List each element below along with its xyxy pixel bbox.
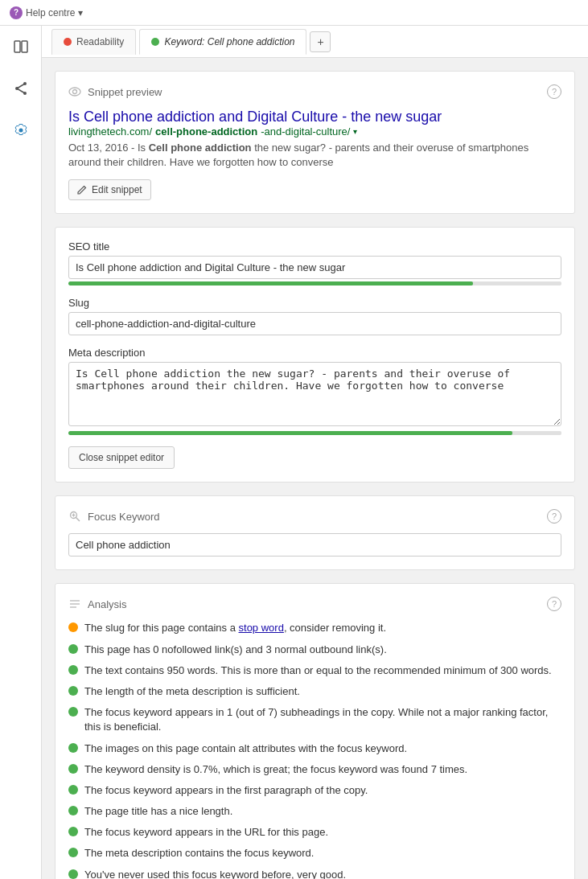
help-centre[interactable]: ? Help centre ▾ bbox=[10, 6, 83, 19]
snippet-preview-card: Snippet preview ? Is Cell phone addictio… bbox=[55, 71, 575, 214]
keyword-icon bbox=[68, 510, 81, 523]
meta-desc-group: Meta description Is Cell phone addiction… bbox=[68, 347, 561, 435]
slug-label: Slug bbox=[68, 297, 561, 309]
analysis-title: Analysis bbox=[68, 598, 126, 610]
indicator-dot-green bbox=[68, 665, 78, 675]
indicator-dot-green bbox=[68, 827, 78, 836]
settings-icon[interactable] bbox=[6, 116, 35, 145]
desc-prefix: Oct 13, 2016 - Is bbox=[68, 142, 149, 154]
list-item: The slug for this page contains a stop w… bbox=[68, 621, 561, 635]
readability-tab-label: Readability bbox=[76, 36, 124, 47]
tab-keyword[interactable]: Keyword: Cell phone addiction bbox=[139, 29, 306, 55]
svg-line-10 bbox=[76, 518, 80, 522]
indicator-dot-orange bbox=[68, 622, 78, 632]
analysis-header: Analysis ? bbox=[68, 597, 561, 611]
list-item: The length of the meta description is su… bbox=[68, 684, 561, 699]
svg-point-7 bbox=[69, 88, 80, 96]
close-snippet-button[interactable]: Close snippet editor bbox=[68, 446, 175, 469]
tabs-bar: Readability Keyword: Cell phone addictio… bbox=[42, 26, 588, 58]
analysis-card: Analysis ? The slug for this page contai… bbox=[55, 583, 575, 879]
analysis-help-icon[interactable]: ? bbox=[547, 597, 561, 611]
seo-title-label: SEO title bbox=[68, 240, 561, 253]
snippet-url: livingthetech.com/cell-phone-addiction-a… bbox=[68, 125, 561, 138]
sidebar-panel-icon[interactable] bbox=[6, 32, 35, 61]
svg-line-5 bbox=[17, 84, 25, 88]
list-item: The focus keyword appears in 1 (out of 7… bbox=[68, 705, 561, 734]
focus-keyword-title: Focus Keyword bbox=[68, 510, 160, 523]
meta-desc-input[interactable]: Is Cell phone addiction the new sugar? -… bbox=[68, 362, 561, 426]
indicator-dot-green bbox=[68, 785, 78, 795]
readability-dot bbox=[64, 38, 72, 46]
indicator-dot-green bbox=[68, 686, 78, 696]
pencil-icon bbox=[77, 185, 87, 195]
analysis-label: Analysis bbox=[88, 598, 126, 610]
help-icon: ? bbox=[10, 6, 23, 19]
meta-desc-label: Meta description bbox=[68, 347, 561, 359]
svg-rect-1 bbox=[22, 41, 27, 52]
meta-desc-progress-bar bbox=[68, 431, 561, 435]
list-item: The images on this page contain alt attr… bbox=[68, 741, 561, 756]
list-item: This page has 0 nofollowed link(s) and 3… bbox=[68, 643, 561, 657]
help-label: Help centre bbox=[26, 7, 75, 18]
snippet-preview-content: Is Cell phone addiction and Digital Cult… bbox=[68, 109, 561, 170]
svg-rect-0 bbox=[14, 41, 20, 52]
svg-point-8 bbox=[73, 90, 77, 94]
content-area: Snippet preview ? Is Cell phone addictio… bbox=[42, 58, 588, 879]
seo-title-input[interactable] bbox=[68, 256, 561, 279]
indicator-dot-green bbox=[68, 869, 78, 879]
indicator-dot-green bbox=[68, 848, 78, 857]
analysis-list: The slug for this page contains a stop w… bbox=[68, 621, 561, 879]
snippet-preview-title: Snippet preview bbox=[68, 85, 162, 98]
indicator-dot-green bbox=[68, 764, 78, 774]
snippet-preview-header: Snippet preview ? bbox=[68, 84, 561, 99]
url-suffix: -and-digital-culture/ bbox=[261, 125, 350, 138]
top-bar: ? Help centre ▾ bbox=[0, 0, 588, 26]
sidebar bbox=[0, 26, 42, 879]
seo-editor-card: SEO title Slug Meta description Is Cell … bbox=[55, 227, 575, 483]
focus-keyword-input[interactable] bbox=[68, 533, 561, 557]
list-item: The focus keyword appears in the URL for… bbox=[68, 825, 561, 840]
slug-group: Slug bbox=[68, 297, 561, 335]
seo-title-progress-fill bbox=[68, 281, 473, 285]
help-dropdown-icon: ▾ bbox=[78, 7, 83, 18]
list-item: The meta description contains the focus … bbox=[68, 846, 561, 861]
url-bold: cell-phone-addiction bbox=[155, 125, 257, 138]
main-content: Readability Keyword: Cell phone addictio… bbox=[42, 26, 588, 879]
seo-title-progress-bar bbox=[68, 281, 561, 285]
analysis-icon bbox=[68, 598, 81, 610]
share-icon[interactable] bbox=[6, 74, 35, 103]
add-tab-button[interactable]: + bbox=[310, 31, 331, 52]
focus-keyword-card: Focus Keyword ? bbox=[55, 495, 575, 570]
snippet-title[interactable]: Is Cell phone addiction and Digital Cult… bbox=[68, 109, 442, 125]
keyword-dot bbox=[151, 38, 159, 46]
keyword-tab-label: Keyword: Cell phone addiction bbox=[164, 36, 294, 47]
stop-word-link[interactable]: stop word bbox=[239, 622, 284, 634]
indicator-dot-green bbox=[68, 707, 78, 717]
url-dropdown-icon[interactable]: ▾ bbox=[353, 127, 357, 136]
list-item: You've never used this focus keyword bef… bbox=[68, 868, 561, 879]
list-item: The focus keyword appears in the first p… bbox=[68, 783, 561, 798]
edit-snippet-button[interactable]: Edit snippet bbox=[68, 179, 151, 200]
focus-keyword-header: Focus Keyword ? bbox=[68, 509, 561, 524]
indicator-dot-green bbox=[68, 743, 78, 753]
indicator-dot-green bbox=[68, 644, 78, 654]
seo-title-group: SEO title bbox=[68, 240, 561, 285]
desc-bold: Cell phone addiction bbox=[149, 142, 252, 154]
snippet-section-label: Snippet preview bbox=[88, 86, 162, 98]
indicator-dot-green bbox=[68, 806, 78, 815]
tab-readability[interactable]: Readability bbox=[51, 29, 136, 55]
meta-desc-progress-fill bbox=[68, 431, 512, 435]
list-item: The page title has a nice length. bbox=[68, 804, 561, 819]
focus-keyword-label: Focus Keyword bbox=[88, 511, 160, 523]
list-item: The text contains 950 words. This is mor… bbox=[68, 663, 561, 678]
eye-icon bbox=[68, 85, 81, 98]
snippet-description: Oct 13, 2016 - Is Cell phone addiction t… bbox=[68, 141, 561, 170]
slug-input[interactable] bbox=[68, 312, 561, 335]
url-prefix: livingthetech.com/ bbox=[68, 125, 152, 138]
snippet-help-icon[interactable]: ? bbox=[547, 84, 561, 99]
focus-keyword-help-icon[interactable]: ? bbox=[547, 509, 561, 524]
svg-line-6 bbox=[17, 88, 25, 93]
list-item: The keyword density is 0.7%, which is gr… bbox=[68, 762, 561, 777]
